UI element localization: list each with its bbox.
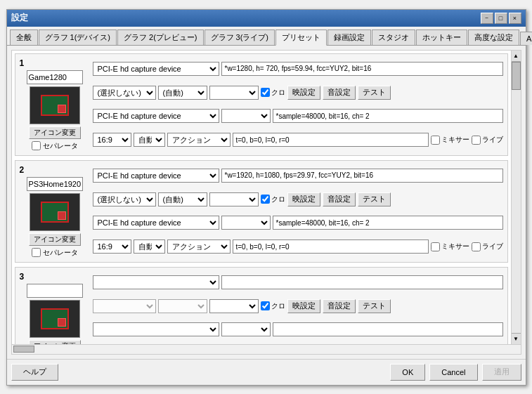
profile-num-2: 2 [20,165,25,175]
profile-row3-line2: クロ 映設定 音設定 テスト [93,295,503,317]
separator-row-2: セパレータ [32,248,78,258]
sep-check-1[interactable] [32,141,41,150]
scroll-down-btn[interactable]: ▼ [512,333,521,344]
tab-general[interactable]: 全般 [10,29,38,45]
tab-advanced[interactable]: 高度な設定 [468,29,519,45]
video-btn-3[interactable]: 映設定 [287,299,320,313]
select1-sel-3[interactable] [93,299,156,313]
aspect-sel-2[interactable]: 16:9 [93,239,131,254]
test-btn-1[interactable]: テスト [358,86,391,100]
device2-sel-1[interactable]: PCI-E hd capture device [93,109,219,123]
sep-label-2: セパレータ [43,248,78,258]
blank1-sel-2[interactable] [209,192,259,206]
tab-graph1[interactable]: グラフ 1(デバイス) [39,29,117,45]
maximize-button[interactable]: □ [495,13,507,24]
delay-wrap-3: クロ [261,301,285,311]
action-sel-1[interactable]: アクション [167,133,231,147]
blank1-sel-1[interactable] [209,86,259,100]
window-controls: － □ × [481,13,521,24]
config1-display-1: *w=1280, h= 720, fps=59.94, fcc=YUY2, bi… [221,62,503,76]
audio-btn-2[interactable]: 音設定 [323,192,356,206]
profile-icon-2 [30,193,80,231]
bottom-bar: ヘルプ OK Cancel 適用 [7,359,526,385]
live-check-2[interactable] [472,242,481,251]
tab-preset[interactable]: プリセット [275,29,327,46]
mixer-label-2: ミキサー [441,242,469,251]
config1-display-3 [221,275,503,289]
profile-row3-line1 [93,272,503,294]
device1-sel-3[interactable] [93,275,219,289]
select1-sel-1[interactable]: (選択しない) [93,86,156,100]
profile-left-2: 2 アイコン変更 セパレータ [20,165,90,258]
tab-record[interactable]: 録画設定 [327,29,371,45]
blank2-sel-3[interactable] [221,322,271,336]
cancel-button[interactable]: Cancel [429,364,477,381]
profile-row-2: 2 アイコン変更 セパレータ [15,160,508,263]
hscroll-thumb[interactable] [13,346,34,353]
profile-row1-line2: (選択しない) (自動) クロ 映設定 音設定 [93,81,503,103]
delay-check-2[interactable] [261,195,270,204]
profile-icon-1 [30,86,80,124]
audio-btn-3[interactable]: 音設定 [323,299,356,313]
scroll-thumb[interactable] [512,62,521,90]
scrollbar[interactable]: ▲ ▼ [511,51,521,344]
live-check-1[interactable] [472,136,481,145]
tab-hotkey[interactable]: ホットキー [416,29,467,45]
tab-graph2[interactable]: グラフ 2(プレビュー) [117,29,204,45]
live-wrap-2: ライブ [472,242,503,251]
icon-change-btn-2[interactable]: アイコン変更 [29,233,81,246]
help-button[interactable]: ヘルプ [11,364,58,381]
mixer-label-1: ミキサー [441,135,469,145]
action-sel-2[interactable]: アクション [167,239,231,254]
delay-label-3: クロ [271,301,285,311]
auto2-sel-2[interactable]: 自動 [134,239,165,254]
profile-left-1: 1 アイコン変更 セパレータ [20,58,90,151]
icon-inner-1 [41,95,69,116]
mixer-check-1[interactable] [431,136,440,145]
scroll-up-btn[interactable]: ▲ [512,51,521,62]
profile-name-1[interactable] [27,70,83,84]
profile-row-3: 3 アイコン変更 セパレータ [15,267,508,344]
mixer-check-2[interactable] [431,242,440,251]
profile-name-2[interactable] [27,177,83,191]
test-btn-2[interactable]: テスト [358,192,391,206]
video-btn-2[interactable]: 映設定 [287,192,320,206]
apply-button[interactable]: 適用 [482,364,521,381]
sep-check-2[interactable] [32,248,41,257]
window-title: 設定 [11,12,28,24]
auto2-sel-1[interactable]: 自動 [134,133,165,147]
ok-button[interactable]: OK [390,364,425,381]
auto1-sel-1[interactable]: (自動) [158,86,207,100]
scroll-track [512,62,521,333]
test-btn-3[interactable]: テスト [358,299,391,313]
blank2-sel-1[interactable] [221,109,271,123]
profile-row2-line1: PCI-E hd capture device *w=1920, h=1080,… [93,165,503,187]
delay-check-3[interactable] [261,301,270,310]
delay-check-1[interactable] [261,88,270,97]
tab-about[interactable]: About [520,32,532,45]
timing-display-1: t=0, b=0, l=0, r=0 [233,133,429,147]
device1-sel-2[interactable]: PCI-E hd capture device [93,169,219,183]
auto1-sel-2[interactable]: (自動) [158,192,207,206]
profile-num-1: 1 [20,58,25,68]
close-button[interactable]: × [509,13,521,24]
icon-change-btn-3[interactable]: アイコン変更 [29,340,81,344]
device2-sel-2[interactable]: PCI-E hd capture device [93,216,219,230]
blank1-sel-3[interactable] [209,299,259,313]
minimize-button[interactable]: － [481,13,493,24]
device2-sel-3[interactable] [93,322,219,336]
blank2-sel-2[interactable] [221,216,271,230]
icon-change-btn-1[interactable]: アイコン変更 [29,126,81,139]
config2-display-3 [273,322,503,336]
video-btn-1[interactable]: 映設定 [287,86,320,100]
auto1-sel-3[interactable] [158,299,207,313]
aspect-sel-1[interactable]: 16:9 [93,133,131,147]
audio-btn-1[interactable]: 音設定 [323,86,356,100]
separator-row-1: セパレータ [32,141,78,151]
hscrollbar[interactable] [11,345,521,355]
profile-name-3[interactable] [27,284,83,298]
device1-sel-1[interactable]: PCI-E hd capture device [93,62,219,76]
tab-studio[interactable]: スタジオ [372,29,415,45]
tab-graph3[interactable]: グラフ 3(ライブ) [205,29,275,45]
select1-sel-2[interactable]: (選択しない) [93,192,156,206]
